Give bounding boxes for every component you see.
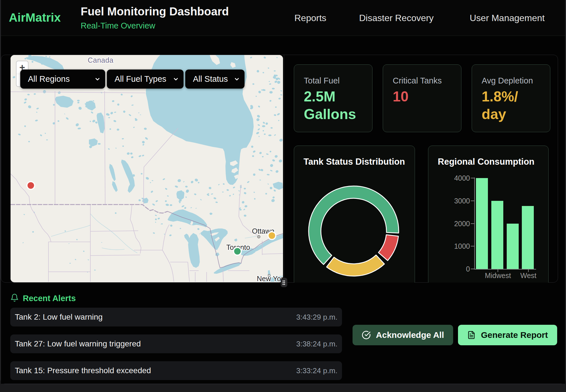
svg-text:New York: New York (257, 275, 283, 282)
svg-text:2000: 2000 (454, 220, 470, 228)
svg-text:3000: 3000 (454, 197, 470, 205)
svg-text:Midwest: Midwest (485, 271, 511, 279)
svg-text:0: 0 (466, 265, 470, 273)
svg-text:West: West (520, 271, 537, 279)
svg-text:4000: 4000 (454, 174, 470, 182)
svg-text:1000: 1000 (454, 242, 470, 250)
svg-text:Canada: Canada (88, 56, 114, 64)
